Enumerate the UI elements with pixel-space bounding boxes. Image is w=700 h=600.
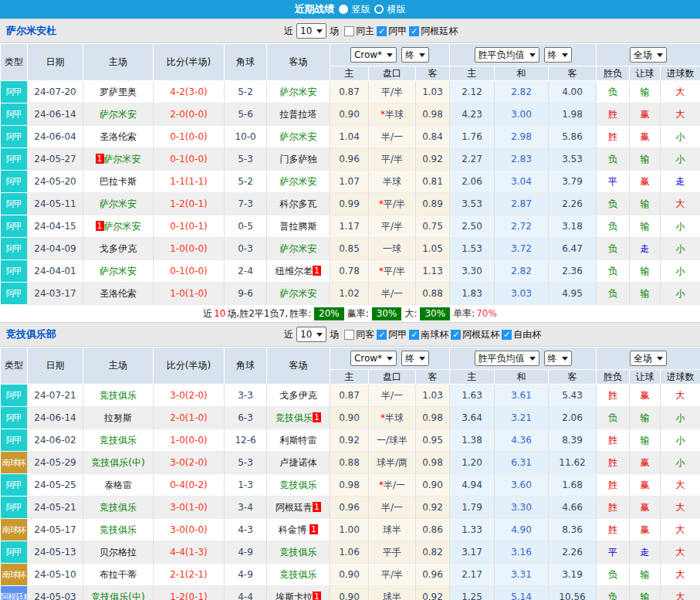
scope-select[interactable]: 全场 xyxy=(630,47,667,63)
result-outcome: 平 xyxy=(597,541,630,564)
euro-state-select[interactable]: 终 xyxy=(544,351,572,366)
result-goals: 大 xyxy=(661,385,700,407)
filter-toggle[interactable]: ✓阿根廷杯 xyxy=(451,328,499,341)
euro-home-odds: 1.83 xyxy=(450,283,495,305)
red-card-badge: 1 xyxy=(313,502,321,512)
match-row: 阿甲24-06-14拉努斯2-0(1-0)6-3竞技俱乐10.90*半球0.98… xyxy=(1,407,700,429)
result-handicap: 输 xyxy=(630,283,661,305)
checkbox-icon[interactable]: ✓ xyxy=(377,330,387,340)
checkbox-icon[interactable] xyxy=(344,330,354,340)
filter-toggle[interactable]: ✓南球杯 xyxy=(409,328,448,341)
recent-count-select[interactable]: 10 xyxy=(296,23,326,39)
home-team-cell: 萨尔米安 xyxy=(83,260,154,283)
radio-horizontal-label[interactable]: 横版 xyxy=(387,3,406,16)
filter-toggle[interactable]: 同客 xyxy=(344,328,374,341)
checkbox-icon[interactable]: ✓ xyxy=(377,26,387,36)
handicap-cell: *半球 xyxy=(369,407,416,429)
euro-draw-odds: 3.72 xyxy=(495,238,549,260)
asian-away-odds: 0.92 xyxy=(416,497,450,519)
handicap-cell: 半/一 xyxy=(369,497,416,519)
handicap-cell: 半/一 xyxy=(369,385,416,407)
date-cell: 24-06-02 xyxy=(28,429,83,452)
match-row: 阿甲24-04-01萨尔米安0-1(0-0)2-4纽维尔老10.78*平/半1.… xyxy=(1,260,700,283)
filter-toggle[interactable]: ✓自由杯 xyxy=(502,328,541,341)
sub-header-asian-away: 客 xyxy=(416,66,450,81)
euro-odds-select[interactable]: 胜平负均值 xyxy=(475,47,539,63)
checkbox-icon[interactable]: ✓ xyxy=(409,26,419,36)
euro-odds-select-value: 胜平负均值 xyxy=(479,49,525,62)
filter-bar: 近 10 场 同客✓阿甲✓南球杯✓阿根廷杯✓自由杯 xyxy=(284,327,541,342)
date-cell: 24-05-17 xyxy=(28,519,83,541)
team-name-link[interactable]: 萨尔米安杜 xyxy=(6,24,56,38)
league-cell: 阿甲 xyxy=(1,171,28,193)
col-header-away: 客场 xyxy=(267,44,330,81)
away-team-cell: 科尔多瓦 xyxy=(267,193,330,215)
home-team-cell: 贝尔格拉 xyxy=(83,541,154,564)
bookmaker-select[interactable]: Crow* xyxy=(350,351,397,366)
asian-away-odds: 0.90 xyxy=(416,474,450,497)
summary-stat-value: 30% xyxy=(420,307,450,320)
radio-horizontal-layout[interactable] xyxy=(374,5,384,14)
col-header-away: 客场 xyxy=(267,347,330,385)
filter-toggle[interactable]: ✓阿甲 xyxy=(377,25,407,38)
away-team-cell: 竞技俱乐 xyxy=(267,474,330,497)
date-cell: 24-05-25 xyxy=(28,474,83,497)
bookmaker-state-select[interactable]: 终 xyxy=(401,47,429,63)
team-name-link[interactable]: 竞技俱乐部 xyxy=(6,327,56,341)
scope-select-value: 全场 xyxy=(634,49,652,62)
euro-home-odds: 1.33 xyxy=(450,519,495,541)
asian-away-odds: 0.98 xyxy=(416,407,450,429)
filter-toggle[interactable]: ✓阿甲 xyxy=(377,328,407,341)
summary-stat-value: 70% xyxy=(476,308,497,319)
section-header: 萨尔米安杜 近 10 场 同主✓阿甲✓阿根廷杯 xyxy=(0,19,700,43)
asian-home-odds: 1.06 xyxy=(330,541,369,564)
result-outcome: 负 xyxy=(597,586,630,600)
checkbox-icon[interactable] xyxy=(344,26,354,36)
score-cell: 1-0(1-0) xyxy=(154,283,225,305)
corner-cell: 4-3 xyxy=(225,519,267,541)
result-outcome: 负 xyxy=(597,215,630,238)
result-outcome: 胜 xyxy=(597,474,630,497)
filter-toggle[interactable]: 同主 xyxy=(344,25,374,38)
result-handicap: 赢 xyxy=(630,385,661,407)
radio-vertical-layout[interactable] xyxy=(339,5,348,14)
euro-away-odds: 3.79 xyxy=(549,171,597,193)
match-row: 阿甲24-06-14萨尔米安2-0(0-0)5-6拉普拉塔0.90*半球0.98… xyxy=(1,103,700,126)
chevron-down-icon xyxy=(387,357,393,361)
checkbox-icon[interactable]: ✓ xyxy=(451,330,461,340)
corner-cell: 3-3 xyxy=(225,385,267,407)
bookmaker-state-select[interactable]: 终 xyxy=(401,351,429,366)
league-cell: 阿甲 xyxy=(1,215,28,238)
asian-home-odds: 0.85 xyxy=(330,238,369,260)
euro-odds-select[interactable]: 胜平负均值 xyxy=(475,351,539,366)
euro-state-select[interactable]: 终 xyxy=(544,47,572,63)
col-header-corner: 角球 xyxy=(225,347,267,385)
euro-draw-odds: 3.60 xyxy=(495,474,549,497)
bookmaker-select[interactable]: Crow* xyxy=(350,47,397,63)
result-outcome: 胜 xyxy=(597,385,630,407)
home-team-cell: 罗萨里奥 xyxy=(83,81,154,103)
summary-stat-label: 单率: xyxy=(453,307,475,320)
filter-toggle-label: 阿根廷杯 xyxy=(462,328,499,341)
team-name: 利斯特雷 xyxy=(280,435,317,446)
checkbox-icon[interactable]: ✓ xyxy=(502,330,512,340)
euro-away-odds: 3.18 xyxy=(549,215,597,238)
sub-header-asian-away: 客 xyxy=(416,370,450,385)
euro-away-odds: 8.39 xyxy=(549,429,597,452)
match-row: 阿根廷杯24-05-03竞技俱乐(中)1-2(0-1)4-4埃斯卡拉10.90球… xyxy=(1,586,700,600)
scope-select[interactable]: 全场 xyxy=(630,351,667,366)
euro-draw-odds: 5.14 xyxy=(495,586,549,600)
euro-home-odds: 3.64 xyxy=(450,407,495,429)
recent-count-select[interactable]: 10 xyxy=(296,327,326,342)
result-goals: 大 xyxy=(661,497,700,519)
col-header-type: 类型 xyxy=(1,347,28,385)
result-outcome: 胜 xyxy=(597,452,630,474)
euro-away-odds: 2.36 xyxy=(549,260,597,283)
checkbox-icon[interactable]: ✓ xyxy=(409,330,419,340)
date-cell: 24-04-01 xyxy=(28,260,83,283)
radio-vertical-label[interactable]: 竖版 xyxy=(352,3,370,16)
chevron-down-icon xyxy=(529,357,536,361)
match-row: 阿甲24-05-13贝尔格拉4-4(1-3)4-9竞技俱乐1.06平手0.823… xyxy=(1,541,700,564)
filter-toggle[interactable]: ✓阿根廷杯 xyxy=(409,25,458,38)
euro-home-odds: 4.23 xyxy=(450,103,495,126)
